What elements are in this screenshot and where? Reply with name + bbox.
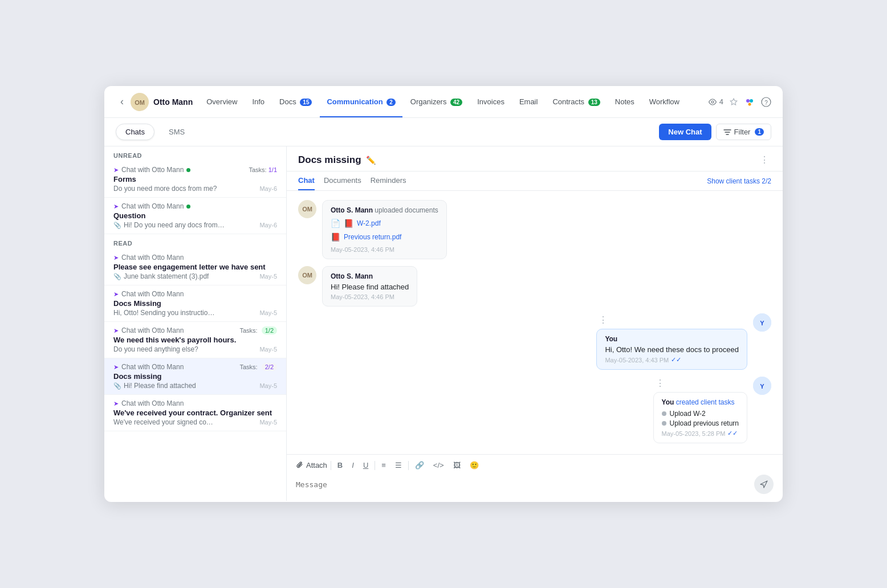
nav-docs[interactable]: Docs 15 [272,94,319,109]
watchers-button[interactable]: 4 [708,97,723,107]
task-bubble: You created client tasks Upload W-2 Uplo… [653,392,747,443]
message-input[interactable] [296,480,750,489]
message-sender: Otto S. Mann uploaded documents [331,206,438,214]
message-options-button[interactable]: ⋮ [596,313,610,326]
task-badge: Tasks: 1/2 [239,327,277,334]
filter-button[interactable]: Filter 1 [716,124,771,140]
emoji-button[interactable]: 🙂 [467,459,482,471]
chat-from-label: Chat with Otto Mann [121,363,184,371]
message-text: Hi! Please find attached [331,283,409,291]
help-button[interactable]: ? [761,97,771,107]
message-sender: You [605,335,739,343]
svg-point-3 [746,99,750,103]
chat-item[interactable]: ➤ Chat with Otto Mann Question 📎 Hi! Do … [104,198,286,234]
nav-organizers[interactable]: Organizers 42 [404,94,469,109]
message-time: May-05-2023, 4:46 PM [331,246,438,253]
svg-text:Y: Y [760,383,764,390]
tab-documents[interactable]: Documents [324,172,361,190]
send-icon: ➤ [113,291,119,298]
chat-preview: 📎 June bank statement (3).pdf [113,272,259,280]
nav-communication[interactable]: Communication 2 [320,94,402,109]
pdf-icon: 📄 [331,219,340,228]
read-receipt-icon: ✓✓ [671,356,681,364]
online-indicator [186,205,190,209]
chats-tab[interactable]: Chats [116,124,154,140]
attach-button[interactable]: Attach [296,461,327,469]
tab-reminders[interactable]: Reminders [371,172,406,190]
file-attachment[interactable]: 📄 📕 W-2.pdf [331,217,438,230]
nav-notes[interactable]: Notes [608,94,641,109]
bold-button[interactable]: B [335,459,345,471]
chat-preview: Do you need anything else? [113,345,259,353]
task-item: Upload previous return [662,419,739,427]
chat-from-label: Chat with Otto Mann [121,166,184,174]
chat-date: May-6 [259,185,277,192]
unordered-list-button[interactable]: ☰ [392,459,405,471]
nav-invoices[interactable]: Invoices [470,94,511,109]
task-label: Upload W-2 [670,410,706,418]
attach-label-text: Attach [306,461,327,469]
favorites-button[interactable] [729,97,738,107]
file-attachment[interactable]: 📕 Previous return.pdf [331,230,438,244]
filter-label: Filter [734,128,751,136]
back-button[interactable]: ‹ [116,93,128,110]
message-avatar: OM [298,266,316,284]
chat-date: May-5 [259,419,277,426]
chat-item[interactable]: ➤ Chat with Otto Mann Please see engagem… [104,249,286,285]
show-client-tasks-link[interactable]: Show client tasks 2/2 [707,177,771,185]
attachment-icon: 📎 [113,382,121,390]
svg-text:Y: Y [760,320,764,326]
message-row: Y ⋮ You Hi, Otto! We need these docs to … [298,313,771,370]
underline-button[interactable]: U [360,459,371,471]
chat-item[interactable]: ➤ Chat with Otto Mann Tasks: 1/1 Forms D… [104,161,286,198]
italic-button[interactable]: I [349,459,357,471]
task-item: Upload W-2 [662,410,739,418]
send-icon: ➤ [113,254,119,262]
chat-item-title: Forms [113,175,277,183]
nav-overview[interactable]: Overview [200,94,244,109]
more-options-button[interactable]: ⋮ [758,153,771,166]
chat-date: May-5 [259,346,277,353]
nav-info[interactable]: Info [245,94,271,109]
ordered-list-button[interactable]: ≡ [379,459,389,471]
filter-count: 1 [755,128,764,136]
image-button[interactable]: 🖼 [450,459,463,471]
send-icon: ➤ [113,166,119,174]
chat-item[interactable]: ➤ Chat with Otto Mann Docs Missing Hi, O… [104,285,286,322]
compose-area: Attach B I U ≡ ☰ 🔗 </> 🖼 🙂 [287,454,783,501]
client-identity: OM Otto Mann [131,93,193,111]
send-icon: ➤ [113,327,119,334]
message-row: OM Otto S. Mann uploaded documents 📄 📕 W… [298,200,771,259]
task-dot [662,421,666,426]
nav-workflow[interactable]: Workflow [642,94,686,109]
send-button[interactable] [754,475,774,494]
chat-from-label: Chat with Otto Mann [121,290,184,298]
chat-item-title: We've received your contract. Organizer … [113,409,277,417]
header: ‹ OM Otto Mann Overview Info Docs 15 Com… [104,86,783,118]
chat-item[interactable]: ➤ Chat with Otto Mann Tasks: 2/2 Docs mi… [104,358,286,395]
header-actions: 4 ? [708,96,771,108]
toolbar-divider [331,461,331,470]
svg-point-2 [711,101,714,103]
chat-item[interactable]: ➤ Chat with Otto Mann We've received you… [104,395,286,431]
nav-contracts[interactable]: Contracts 13 [546,94,607,109]
code-button[interactable]: </> [430,459,447,471]
message-text: Hi, Otto! We need these docs to proceed [605,345,739,354]
link-button[interactable]: 🔗 [412,459,427,471]
chat-from-label: Chat with Otto Mann [121,326,184,334]
edit-icon[interactable]: ✏️ [366,156,376,165]
message-bubble: Otto S. Mann uploaded documents 📄 📕 W-2.… [322,200,447,259]
messages-area: OM Otto S. Mann uploaded documents 📄 📕 W… [287,191,783,454]
new-chat-button[interactable]: New Chat [659,124,711,140]
chat-from-label: Chat with Otto Mann [121,202,184,210]
tab-chat[interactable]: Chat [298,172,315,190]
nav-email[interactable]: Email [512,94,545,109]
top-nav: Overview Info Docs 15 Communication 2 Or… [200,94,706,109]
task-badge: Tasks: 2/2 [239,364,277,370]
team-button[interactable] [744,96,755,108]
message-options-button[interactable]: ⋮ [653,377,667,390]
task-dot [662,411,666,416]
task-action: created client tasks [676,398,735,406]
sms-tab[interactable]: SMS [159,124,194,140]
chat-item[interactable]: ➤ Chat with Otto Mann Tasks: 1/2 We need… [104,322,286,358]
